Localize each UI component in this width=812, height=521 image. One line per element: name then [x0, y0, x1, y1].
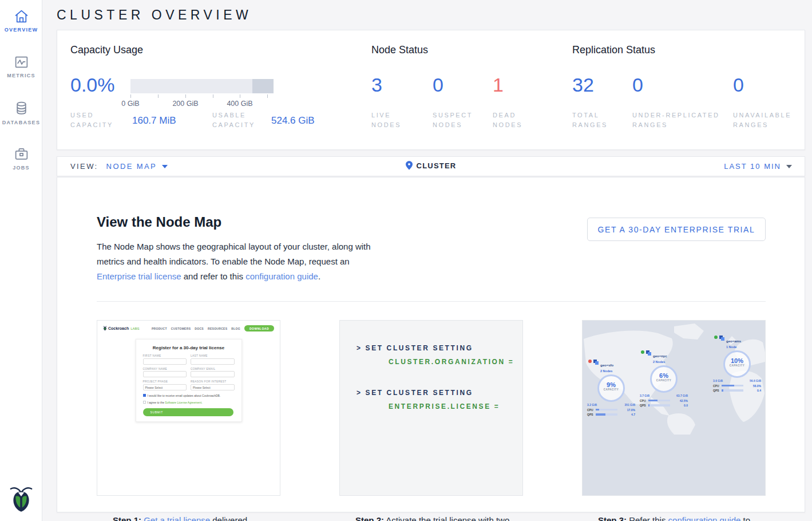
divider [97, 301, 766, 302]
briefcase-icon [14, 147, 29, 161]
unavailable-ranges-value: 0 [733, 74, 744, 96]
step1-screenshot: Cockroach LABS PRODUCT CUSTOMERS DOCS RE… [97, 321, 280, 495]
sidebar-item-databases[interactable]: DATABASES [0, 92, 42, 137]
database-icon [14, 101, 29, 116]
node-map-panel: View the Node Map The Node Map shows the… [57, 177, 805, 512]
under-replicated-label: UNDER-REPLICATED RANGES [632, 110, 730, 130]
unavailable-ranges-label: UNAVAILABLE RANGES [733, 110, 807, 130]
cockroach-labs-logo: Cockroach LABS [103, 326, 140, 331]
status-dot-dead [588, 360, 592, 363]
capacity-donut: 10% CAPACITY [723, 350, 751, 378]
capacity-donut: 6% CAPACITY [650, 365, 678, 393]
qps-bar [596, 413, 617, 416]
step1-card: Cockroach LABS PRODUCT CUSTOMERS DOCS RE… [97, 320, 280, 496]
status-dot-live [641, 350, 644, 354]
axis-tick: 200 GiB [168, 100, 203, 108]
cpu-bar [722, 385, 743, 387]
dead-nodes-label: DEAD NODES [493, 110, 538, 130]
nodes-icon [593, 360, 599, 365]
mini-registration-form: Register for a 30-day trial license FIRS… [136, 339, 242, 422]
home-icon [14, 9, 29, 23]
mini-nav: PRODUCT CUSTOMERS DOCS RESOURCES BLOG DO… [152, 325, 274, 331]
qps-bar [722, 389, 743, 392]
sidebar: OVERVIEW METRICS DATABASES [0, 0, 42, 521]
sidebar-item-label: JOBS [0, 165, 42, 171]
capacity-percent: 0.0% [70, 74, 115, 96]
section-heading: View the Node Map [97, 214, 221, 230]
live-nodes-value: 3 [371, 74, 382, 96]
axis-tick: 0 GiB [113, 100, 148, 108]
metrics-icon [14, 55, 29, 69]
map-pin-icon [406, 161, 413, 170]
sidebar-item-jobs[interactable]: JOBS [0, 137, 42, 183]
configuration-guide-link[interactable]: configuration guide [668, 515, 741, 521]
locality-sfo: geo=sfo 2 Nodes 9% CAPACITY 3.2 GiB 351 … [586, 358, 636, 416]
axis-tick: 400 GiB [223, 100, 257, 108]
capacity-bar-chart [130, 79, 274, 93]
cpu-bar [596, 409, 617, 411]
get-trial-license-link[interactable]: Get a trial license [144, 515, 210, 521]
used-capacity-label: USED CAPACITY [70, 110, 116, 130]
used-capacity-value: 160.7 MiB [132, 115, 176, 127]
page-title: CLUSTER OVERVIEW [57, 7, 805, 23]
sidebar-item-label: DATABASES [0, 120, 42, 125]
total-ranges-value: 32 [572, 74, 594, 96]
suspect-nodes-label: SUSPECT NODES [433, 110, 484, 130]
qps-bar [648, 404, 670, 406]
sidebar-item-metrics[interactable]: METRICS [0, 46, 42, 92]
replication-status-title: Replication Status [572, 44, 655, 56]
configuration-guide-link[interactable]: configuration guide [245, 271, 318, 281]
node-status-title: Node Status [371, 44, 428, 56]
main-content: CLUSTER OVERVIEW Capacity Usage 0.0% 0 G… [42, 0, 812, 521]
under-replicated-value: 0 [632, 74, 643, 96]
step3-node-map-preview: geo=sfo 2 Nodes 9% CAPACITY 3.2 GiB 351 … [583, 321, 765, 495]
total-ranges-label: TOTAL RANGES [572, 110, 618, 130]
cpu-bar [648, 400, 670, 402]
mini-submit-button: SUBMIT [143, 408, 233, 416]
dead-nodes-value: 1 [493, 74, 504, 96]
step3-card: geo=sfo 2 Nodes 9% CAPACITY 3.2 GiB 351 … [582, 320, 766, 496]
summary-panel: Capacity Usage 0.0% 0 GiB 200 GiB 400 Gi… [57, 30, 805, 150]
breadcrumb-cluster[interactable]: CLUSTER [406, 161, 457, 170]
suspect-nodes-value: 0 [433, 74, 443, 96]
step2-card: > SET CLUSTER SETTING CLUSTER.ORGANIZATI… [339, 320, 523, 496]
sidebar-item-label: OVERVIEW [0, 27, 42, 33]
capacity-usage-title: Capacity Usage [70, 44, 143, 56]
capacity-bar-reserved-segment [252, 79, 274, 93]
status-dot-live [714, 336, 718, 339]
mini-checkbox [143, 401, 146, 404]
locality-ams: geo=ams 1 Node 10% CAPACITY 3.6 GiB 56.6… [712, 334, 762, 392]
step2-caption: Step 2: Activate the trial license with … [340, 495, 522, 521]
cockroachdb-logo [10, 486, 33, 515]
live-nodes-label: LIVE NODES [371, 110, 417, 130]
usable-capacity-label: USABLE CAPACITY [212, 110, 258, 130]
enterprise-trial-license-link[interactable]: Enterprise trial license [97, 271, 181, 281]
mini-download-button: DOWNLOAD [244, 325, 274, 331]
sidebar-item-overview[interactable]: OVERVIEW [0, 0, 42, 46]
view-bar: VIEW: NODE MAP CLUSTER LAST 10 MIN [57, 156, 805, 176]
mini-checkbox-checked [143, 394, 146, 397]
step3-caption: Step 3: Refer this configuration guide t… [583, 495, 765, 521]
step2-sql-snippet: > SET CLUSTER SETTING CLUSTER.ORGANIZATI… [340, 321, 522, 495]
nodes-icon [646, 350, 651, 356]
step1-caption: Step 1: Get a trial license delivered st… [97, 495, 280, 521]
usable-capacity-value: 524.6 GiB [271, 115, 315, 127]
capacity-donut: 9% CAPACITY [597, 374, 625, 402]
section-description: The Node Map shows the geographical layo… [97, 239, 371, 284]
cockroach-bug-icon [103, 326, 107, 331]
nodes-icon [719, 336, 724, 341]
locality-nyc: geo=nyc 2 Nodes 6% CAPACITY 3.7 GiB 63.7… [639, 349, 689, 407]
sidebar-item-label: METRICS [0, 73, 42, 78]
enterprise-trial-button[interactable]: GET A 30-DAY ENTERPRISE TRIAL [587, 218, 766, 241]
steps-row: Cockroach LABS PRODUCT CUSTOMERS DOCS RE… [97, 320, 766, 496]
